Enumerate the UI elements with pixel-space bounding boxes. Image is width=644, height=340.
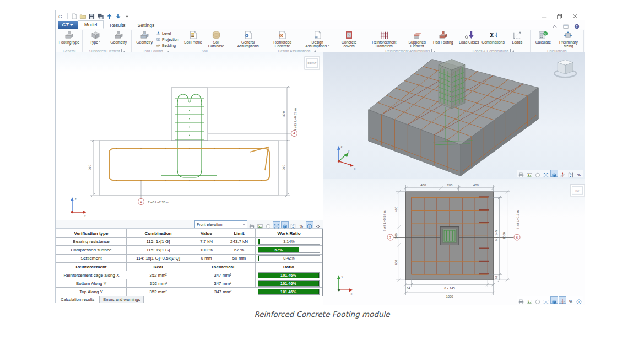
tab-model[interactable]: Model — [78, 20, 104, 29]
chevron-up-icon[interactable] — [551, 22, 558, 29]
workplane-icon[interactable] — [559, 170, 566, 177]
view-selector-dropdown[interactable]: Front elevation — [194, 220, 247, 228]
svg-text:y: y — [342, 276, 343, 278]
save-icon[interactable] — [88, 12, 95, 19]
new-document-icon[interactable] — [71, 12, 78, 19]
general-assumptions-button[interactable]: General Assumptions — [230, 30, 266, 48]
table-cell: 0.42% — [256, 255, 322, 263]
ribbon-group-supported-element: TypeGeometrySupported Element — [83, 30, 132, 53]
circle-tool-icon[interactable] — [534, 296, 542, 304]
arrow-up-icon[interactable] — [106, 12, 113, 19]
reinforced-concrete-icon — [277, 30, 288, 40]
fit-frame-icon[interactable] — [542, 296, 550, 304]
save-all-icon[interactable] — [97, 12, 104, 19]
table-cell: Bottom Along Y — [56, 279, 127, 288]
button-label: Design Assumptions — [300, 40, 334, 48]
button-label: Geometry — [136, 40, 153, 44]
preliminary-sizing-icon — [563, 30, 573, 40]
load-cases-button[interactable]: Load Cases — [457, 30, 480, 44]
chevron-down-icon — [243, 224, 245, 226]
zoom-percent-icon[interactable]: % — [567, 296, 575, 304]
projection-button[interactable]: Projection — [156, 36, 178, 42]
loads-button[interactable]: Loads — [506, 30, 529, 44]
flip-vertical-icon[interactable] — [289, 221, 297, 228]
geometry-button[interactable]: Geometry — [107, 30, 130, 44]
render-cube-icon[interactable] — [550, 296, 558, 304]
menu-caret-icon[interactable] — [123, 12, 131, 19]
soil-profile-button[interactable]: Soil Profile — [181, 30, 204, 44]
ribbon-options-icon[interactable] — [562, 22, 569, 29]
viewport-plan[interactable]: TOP — [323, 179, 585, 305]
tab-settings[interactable]: Settings — [132, 21, 161, 29]
concrete-covers-button[interactable]: Concrete covers — [335, 30, 363, 48]
svg-text:FRONT: FRONT — [308, 62, 317, 65]
flip-vertical-icon[interactable] — [567, 170, 575, 177]
minimize-button[interactable] — [540, 12, 548, 19]
arrow-down-icon[interactable] — [115, 12, 122, 19]
loads-icon — [512, 30, 522, 40]
view-orientation-front[interactable]: FRONT — [305, 57, 320, 69]
info-icon[interactable]: i — [575, 296, 583, 304]
collapse-icon[interactable] — [314, 221, 322, 228]
bedding-button[interactable]: Bedding — [156, 42, 178, 48]
calculate-button[interactable]: Calculate — [532, 30, 555, 44]
level-button[interactable]: Level — [156, 30, 178, 36]
front-elevation-viewport[interactable]: FRONT — [56, 52, 323, 220]
preliminary-sizing-button[interactable]: Preliminary sizing — [555, 30, 582, 48]
restore-button[interactable] — [556, 12, 564, 19]
close-button[interactable] — [571, 12, 579, 19]
image-export-icon[interactable] — [256, 221, 264, 228]
render-cube-icon[interactable] — [550, 170, 558, 177]
fit-frame-icon[interactable] — [273, 221, 280, 228]
ratio-value: 101.46% — [258, 273, 318, 278]
button-label: Preliminary sizing — [556, 40, 581, 48]
printer-icon[interactable] — [517, 170, 525, 177]
table-cell: 114: 1x[1 G]+0.5x[2 Q] — [127, 255, 190, 263]
fit-frame-icon[interactable] — [542, 170, 550, 177]
footing-type-button[interactable]: Footing type — [57, 30, 81, 48]
svg-text:400: 400 — [473, 184, 479, 187]
ratio-bar: 101.46% — [258, 280, 320, 287]
circle-tool-icon[interactable] — [264, 221, 272, 228]
graitec-logo-icon[interactable]: G — [57, 12, 64, 19]
svg-text:%: % — [577, 173, 581, 177]
soil-database-button[interactable]: Soil Database — [204, 30, 228, 48]
zoom-percent-icon[interactable]: % — [297, 221, 305, 228]
view-orientation-top[interactable]: TOP — [570, 185, 585, 196]
open-folder-icon[interactable] — [79, 12, 86, 19]
image-export-icon[interactable] — [526, 296, 533, 304]
viewport-3d[interactable]: z y x % — [323, 52, 585, 179]
supported-element-button[interactable]: Supported Element — [403, 30, 431, 48]
application-button[interactable]: GT — [58, 21, 78, 29]
axis-triad: z y x — [337, 145, 356, 170]
image-export-icon[interactable] — [526, 170, 533, 177]
view-cube[interactable] — [554, 60, 576, 77]
workplane-icon[interactable] — [559, 296, 566, 304]
help-icon[interactable]: ? — [573, 22, 580, 29]
reinforced-concrete-button[interactable]: Reinforced Concrete — [266, 30, 299, 48]
axis-triad: y x — [337, 275, 353, 295]
combinations-icon: Σ — [488, 30, 499, 40]
pad-footing-button[interactable]: Pad Footing — [431, 30, 454, 44]
pf-geometry-icon — [139, 30, 150, 40]
tab-errors-and-warnings[interactable]: Errors and warnings — [99, 296, 144, 303]
tab-results[interactable]: Results — [104, 21, 131, 29]
render-cube-icon[interactable] — [281, 221, 289, 228]
type-button[interactable]: Type — [84, 30, 107, 44]
printer-icon[interactable] — [248, 221, 256, 228]
circle-tool-icon[interactable] — [534, 170, 542, 177]
design-assumptions-button[interactable]: Design Assumptions — [299, 30, 335, 48]
printer-icon[interactable] — [517, 296, 525, 304]
window-controls — [540, 12, 585, 19]
info-icon[interactable]: i — [306, 221, 313, 228]
tab-calculation-results[interactable]: Calculation results — [57, 296, 98, 303]
geometry-button[interactable]: Geometry — [133, 30, 156, 44]
ratio-value: 3.14% — [258, 239, 320, 244]
combinations-button[interactable]: ΣCombinations — [480, 30, 506, 44]
svg-text:z: z — [341, 145, 343, 148]
reinforcement-diameters-button[interactable]: Reinforcement Diameters — [365, 30, 403, 48]
svg-text:x: x — [354, 168, 356, 170]
zoom-percent-icon[interactable]: % — [575, 170, 583, 177]
chevron-down-icon — [68, 45, 71, 47]
ra-pad-footing-icon — [438, 30, 448, 40]
